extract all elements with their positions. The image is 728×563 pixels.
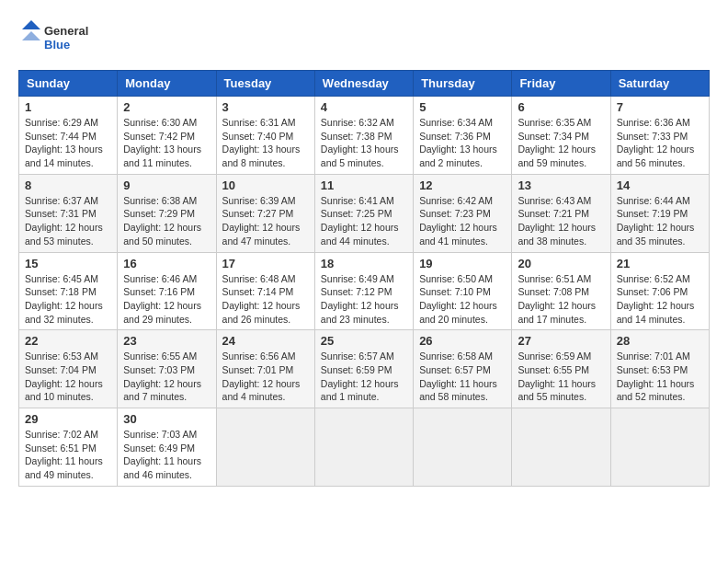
calendar-cell: 12 Sunrise: 6:42 AM Sunset: 7:23 PM Dayl…: [414, 174, 512, 252]
svg-text:Blue: Blue: [44, 38, 70, 52]
calendar-cell: 17 Sunrise: 6:48 AM Sunset: 7:14 PM Dayl…: [216, 252, 314, 330]
day-info: Sunrise: 7:02 AM Sunset: 6:51 PM Dayligh…: [25, 428, 111, 482]
calendar-cell: 14 Sunrise: 6:44 AM Sunset: 7:19 PM Dayl…: [610, 174, 709, 252]
logo: General Blue: [18, 18, 110, 55]
day-info: Sunrise: 6:32 AM Sunset: 7:38 PM Dayligh…: [321, 116, 407, 170]
calendar-cell: 21 Sunrise: 6:52 AM Sunset: 7:06 PM Dayl…: [610, 252, 709, 330]
day-number: 12: [419, 178, 506, 192]
calendar-cell: 18 Sunrise: 6:49 AM Sunset: 7:12 PM Dayl…: [314, 252, 413, 330]
weekday-header-sunday: Sunday: [19, 71, 118, 97]
day-info: Sunrise: 6:46 AM Sunset: 7:16 PM Dayligh…: [123, 272, 210, 327]
day-info: Sunrise: 7:01 AM Sunset: 6:53 PM Dayligh…: [617, 350, 703, 404]
calendar-cell: 25 Sunrise: 6:57 AM Sunset: 6:59 PM Dayl…: [314, 330, 413, 408]
day-info: Sunrise: 6:37 AM Sunset: 7:31 PM Dayligh…: [25, 194, 111, 248]
calendar-cell: 22 Sunrise: 6:53 AM Sunset: 7:04 PM Dayl…: [19, 330, 118, 408]
day-number: 25: [321, 334, 407, 348]
weekday-header-saturday: Saturday: [610, 71, 709, 97]
day-number: 2: [123, 100, 210, 114]
calendar-cell: 16 Sunrise: 6:46 AM Sunset: 7:16 PM Dayl…: [118, 252, 216, 330]
day-number: 28: [617, 334, 703, 348]
day-info: Sunrise: 6:30 AM Sunset: 7:42 PM Dayligh…: [123, 116, 210, 170]
calendar-cell: 27 Sunrise: 6:59 AM Sunset: 6:55 PM Dayl…: [512, 330, 610, 408]
day-info: Sunrise: 6:39 AM Sunset: 7:27 PM Dayligh…: [222, 194, 309, 248]
day-info: Sunrise: 6:52 AM Sunset: 7:06 PM Dayligh…: [617, 272, 703, 327]
day-info: Sunrise: 6:45 AM Sunset: 7:18 PM Dayligh…: [25, 272, 111, 327]
day-number: 6: [518, 100, 604, 114]
calendar-cell: 30 Sunrise: 7:03 AM Sunset: 6:49 PM Dayl…: [118, 408, 216, 487]
day-info: Sunrise: 6:34 AM Sunset: 7:36 PM Dayligh…: [419, 116, 506, 170]
day-number: 24: [222, 334, 309, 348]
day-number: 14: [617, 178, 703, 192]
calendar-cell: 20 Sunrise: 6:51 AM Sunset: 7:08 PM Dayl…: [512, 252, 610, 330]
day-info: Sunrise: 6:55 AM Sunset: 7:03 PM Dayligh…: [123, 350, 210, 404]
calendar-cell: 11 Sunrise: 6:41 AM Sunset: 7:25 PM Dayl…: [314, 174, 413, 252]
day-info: Sunrise: 6:51 AM Sunset: 7:08 PM Dayligh…: [518, 272, 604, 327]
day-number: 17: [222, 257, 309, 270]
day-number: 3: [222, 100, 309, 114]
calendar-cell: [414, 408, 512, 487]
svg-marker-2: [22, 20, 40, 29]
day-info: Sunrise: 6:49 AM Sunset: 7:12 PM Dayligh…: [321, 272, 407, 327]
day-number: 23: [123, 334, 210, 348]
day-info: Sunrise: 7:03 AM Sunset: 6:49 PM Dayligh…: [123, 428, 210, 482]
svg-marker-3: [22, 31, 40, 40]
calendar-cell: 19 Sunrise: 6:50 AM Sunset: 7:10 PM Dayl…: [414, 252, 512, 330]
calendar-cell: 23 Sunrise: 6:55 AM Sunset: 7:03 PM Dayl…: [118, 330, 216, 408]
weekday-header-friday: Friday: [512, 71, 610, 97]
weekday-header-tuesday: Tuesday: [216, 71, 314, 97]
day-info: Sunrise: 6:36 AM Sunset: 7:33 PM Dayligh…: [617, 116, 703, 170]
day-number: 15: [25, 257, 111, 270]
day-number: 10: [222, 178, 309, 192]
day-number: 13: [518, 178, 604, 192]
day-number: 11: [321, 178, 407, 192]
day-info: Sunrise: 6:31 AM Sunset: 7:40 PM Dayligh…: [222, 116, 309, 170]
calendar-cell: 5 Sunrise: 6:34 AM Sunset: 7:36 PM Dayli…: [414, 97, 512, 175]
calendar-cell: 2 Sunrise: 6:30 AM Sunset: 7:42 PM Dayli…: [118, 97, 216, 175]
calendar-cell: 9 Sunrise: 6:38 AM Sunset: 7:29 PM Dayli…: [118, 174, 216, 252]
day-number: 8: [25, 178, 111, 192]
day-number: 30: [123, 412, 210, 426]
day-number: 7: [617, 100, 703, 114]
day-info: Sunrise: 6:38 AM Sunset: 7:29 PM Dayligh…: [123, 194, 210, 248]
calendar-cell: 7 Sunrise: 6:36 AM Sunset: 7:33 PM Dayli…: [610, 97, 709, 175]
day-info: Sunrise: 6:57 AM Sunset: 6:59 PM Dayligh…: [321, 350, 407, 404]
day-info: Sunrise: 6:41 AM Sunset: 7:25 PM Dayligh…: [321, 194, 407, 248]
calendar-cell: 6 Sunrise: 6:35 AM Sunset: 7:34 PM Dayli…: [512, 97, 610, 175]
day-number: 5: [419, 100, 506, 114]
logo-svg: General Blue: [18, 18, 110, 55]
page-header: General Blue: [18, 18, 710, 55]
day-info: Sunrise: 6:42 AM Sunset: 7:23 PM Dayligh…: [419, 194, 506, 248]
day-info: Sunrise: 6:50 AM Sunset: 7:10 PM Dayligh…: [419, 272, 506, 327]
day-info: Sunrise: 6:43 AM Sunset: 7:21 PM Dayligh…: [518, 194, 604, 248]
calendar-cell: 3 Sunrise: 6:31 AM Sunset: 7:40 PM Dayli…: [216, 97, 314, 175]
calendar-cell: 26 Sunrise: 6:58 AM Sunset: 6:57 PM Dayl…: [414, 330, 512, 408]
day-info: Sunrise: 6:35 AM Sunset: 7:34 PM Dayligh…: [518, 116, 604, 170]
day-info: Sunrise: 6:29 AM Sunset: 7:44 PM Dayligh…: [25, 116, 111, 170]
day-info: Sunrise: 6:44 AM Sunset: 7:19 PM Dayligh…: [617, 194, 703, 248]
calendar-table: SundayMondayTuesdayWednesdayThursdayFrid…: [18, 70, 710, 487]
calendar-cell: [610, 408, 709, 487]
day-number: 26: [419, 334, 506, 348]
svg-text:General: General: [44, 24, 88, 38]
calendar-cell: [512, 408, 610, 487]
calendar-cell: 10 Sunrise: 6:39 AM Sunset: 7:27 PM Dayl…: [216, 174, 314, 252]
day-number: 20: [518, 257, 604, 270]
calendar-cell: 13 Sunrise: 6:43 AM Sunset: 7:21 PM Dayl…: [512, 174, 610, 252]
day-number: 9: [123, 178, 210, 192]
day-number: 21: [617, 257, 703, 270]
calendar-cell: 24 Sunrise: 6:56 AM Sunset: 7:01 PM Dayl…: [216, 330, 314, 408]
calendar-cell: 28 Sunrise: 7:01 AM Sunset: 6:53 PM Dayl…: [610, 330, 709, 408]
day-number: 27: [518, 334, 604, 348]
day-info: Sunrise: 6:48 AM Sunset: 7:14 PM Dayligh…: [222, 272, 309, 327]
day-number: 1: [25, 100, 111, 114]
day-info: Sunrise: 6:53 AM Sunset: 7:04 PM Dayligh…: [25, 350, 111, 404]
day-number: 16: [123, 257, 210, 270]
calendar-cell: [216, 408, 314, 487]
weekday-header-wednesday: Wednesday: [314, 71, 413, 97]
calendar-cell: 4 Sunrise: 6:32 AM Sunset: 7:38 PM Dayli…: [314, 97, 413, 175]
day-number: 22: [25, 334, 111, 348]
day-info: Sunrise: 6:56 AM Sunset: 7:01 PM Dayligh…: [222, 350, 309, 404]
day-number: 4: [321, 100, 407, 114]
day-number: 29: [25, 412, 111, 426]
calendar-cell: 8 Sunrise: 6:37 AM Sunset: 7:31 PM Dayli…: [19, 174, 118, 252]
